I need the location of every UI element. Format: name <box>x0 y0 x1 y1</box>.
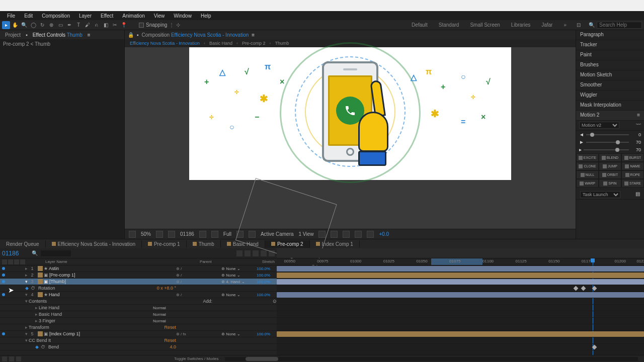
effect-controls-tab[interactable]: Effect Controls Thumb <box>30 31 86 39</box>
layer-name[interactable]: [Pre-comp 1] <box>48 273 176 278</box>
property-row[interactable]: ▸Basic Hand Normal <box>0 311 277 318</box>
breadcrumb-3[interactable]: Thumb <box>275 41 289 46</box>
menu-view[interactable]: View <box>150 12 169 20</box>
btn-stare[interactable]: STARE <box>621 179 644 188</box>
layer-name[interactable]: [Index Comp 1] <box>48 331 176 336</box>
menu-window[interactable]: Window <box>170 12 196 20</box>
menu-composition[interactable]: Composition <box>38 12 74 20</box>
tab-main-comp[interactable]: Efficiency Nova Scotia - Innovation <box>46 240 142 248</box>
expand-icon[interactable] <box>9 356 14 361</box>
eye-column-icon[interactable] <box>2 259 7 264</box>
resolution-icon[interactable] <box>156 231 163 238</box>
comp-flowchart-icon[interactable] <box>236 250 243 256</box>
add-menu-icon[interactable]: ⊙ <box>273 299 277 304</box>
keyframe[interactable] <box>592 286 597 291</box>
rect-tool[interactable]: ▭ <box>56 21 64 29</box>
workspace-default[interactable]: Default <box>409 21 431 29</box>
type-tool[interactable]: T <box>74 21 83 29</box>
motion-blur-icon[interactable] <box>261 250 267 256</box>
fast-preview-icon[interactable] <box>331 231 338 238</box>
audio-column-icon[interactable] <box>8 259 13 264</box>
task-launch-icon[interactable]: ▤ <box>635 191 640 198</box>
btn-jump[interactable]: JUMP <box>599 162 621 170</box>
label-swatch[interactable] <box>38 266 43 271</box>
breadcrumb-2[interactable]: Pre-comp 2 <box>242 41 266 46</box>
breadcrumb-root[interactable]: Efficiency Nova Scotia - Innovation <box>130 41 200 46</box>
snapping-checkbox[interactable] <box>139 23 144 28</box>
tab-thumb[interactable]: Thumb <box>187 240 221 248</box>
menu-animation[interactable]: Animation <box>118 12 148 20</box>
btn-burst[interactable]: BURST <box>621 153 644 162</box>
visibility-toggle[interactable] <box>2 332 5 335</box>
lock-column-icon[interactable] <box>20 259 25 264</box>
transparency-icon[interactable] <box>236 231 244 238</box>
flowchart-icon[interactable] <box>355 231 362 238</box>
panel-menu-icon[interactable]: ≡ <box>88 32 91 38</box>
visibility-toggle[interactable] <box>2 293 5 296</box>
workspace-smallscreen[interactable]: Small Screen <box>467 21 503 29</box>
label-swatch[interactable] <box>38 331 43 336</box>
layer-row[interactable]: ▸1 ★ Astin ⊕/ ⊚ None ⌄ 100.0% <box>0 265 277 272</box>
panel-motion2[interactable]: Motion 2≡ <box>576 111 644 121</box>
workspace-overflow-icon[interactable]: » <box>560 21 570 29</box>
label-swatch[interactable] <box>38 273 43 278</box>
task-launch-select[interactable]: Task Launch <box>580 191 620 198</box>
btn-spin[interactable]: SPIN <box>599 179 621 188</box>
solo-column-icon[interactable] <box>14 259 19 264</box>
btn-orbit[interactable]: ORBIT <box>599 170 621 179</box>
slider-ease-in[interactable]: ◄0 <box>576 131 644 138</box>
keyframe[interactable] <box>592 345 597 350</box>
task-launch[interactable]: Task Launch ▤ <box>576 190 644 200</box>
workspace-libraries[interactable]: Libraries <box>508 21 533 29</box>
panel-brushes[interactable]: Brushes <box>576 60 644 70</box>
stopwatch-icon[interactable]: ⏱ <box>41 344 45 349</box>
tab-precomp2[interactable]: Pre-comp 2 <box>265 240 310 248</box>
tab-render-queue[interactable]: Render Queue <box>0 240 46 248</box>
current-time-display[interactable]: 01186 <box>2 250 19 257</box>
btn-blend[interactable]: BLEND <box>599 153 621 162</box>
btn-rope[interactable]: ROPE <box>621 170 644 179</box>
roto-tool[interactable]: ✂ <box>111 21 119 29</box>
tab-index-comp1[interactable]: Index Comp 1 <box>310 240 360 248</box>
workspace-standard[interactable]: Standard <box>436 21 462 29</box>
layer-name[interactable]: Hand <box>48 292 176 297</box>
panel-smoother[interactable]: Smoother <box>576 80 644 90</box>
zoom-tool[interactable]: 🔍 <box>20 21 28 29</box>
layer-search[interactable] <box>41 250 71 256</box>
property-row[interactable]: ▸Line Hand Normal <box>0 305 277 311</box>
snap-opt2-icon[interactable]: ⊹ <box>176 22 180 28</box>
panel-motion-sketch[interactable]: Motion Sketch <box>576 70 644 80</box>
panel-paint[interactable]: Paint <box>576 50 644 60</box>
motion-preset-select[interactable]: Motion v2 <box>579 122 619 129</box>
zoom-dropdown[interactable]: 50% <box>141 231 151 237</box>
layer-name[interactable]: [Thumb] <box>48 279 176 284</box>
frame-blend-icon[interactable] <box>253 250 259 256</box>
keyframe[interactable] <box>581 286 586 291</box>
layer-row-selected[interactable]: ▾3 ▣ [Thumb] ⊕/ ⊚ 4. Hand ⌄ 100.0% <box>0 279 277 285</box>
magnification-icon[interactable] <box>129 231 136 238</box>
current-frame[interactable]: 01186 <box>180 231 194 237</box>
slider-ease-out[interactable]: ►70 <box>576 138 644 146</box>
panel-mask-interp[interactable]: Mask Interpolation <box>576 101 644 111</box>
project-tab[interactable]: Project <box>2 31 24 39</box>
draft3d-icon[interactable] <box>245 250 251 256</box>
rotate-tool[interactable]: ↻ <box>38 21 46 29</box>
layer-row[interactable]: ▸2 ▣ [Pre-comp 1] ⊕/ ⊚ None ⌄ 100.0% <box>0 272 277 279</box>
menu-file[interactable]: File <box>3 12 19 20</box>
composition-viewport[interactable]: + △ ÷ √ ✱ π × ÷ ○ − △ π + ○ ÷ √ ✱ = × <box>125 47 576 229</box>
pixel-aspect-icon[interactable] <box>318 231 326 238</box>
clone-tool[interactable]: ⎌ <box>93 21 101 29</box>
property-group[interactable]: ▸Transform Reset <box>0 324 277 331</box>
tab-precomp1[interactable]: Pre-comp 1 <box>142 240 187 248</box>
views-dropdown[interactable]: 1 View <box>299 231 314 237</box>
property-row[interactable]: ◆ ⏱ Bend 4.0 <box>0 344 277 350</box>
toggle-switches-icon[interactable] <box>2 356 7 361</box>
timeline-icon[interactable] <box>343 231 350 238</box>
slider-overshoot[interactable]: ▸70 <box>576 146 644 153</box>
toggle-switches-label[interactable]: Toggle Switches / Modes <box>174 356 219 361</box>
stopwatch-icon[interactable]: ⏱ <box>31 286 35 291</box>
btn-null[interactable]: NULL <box>576 170 599 179</box>
snapshot-icon[interactable] <box>199 231 206 238</box>
workspace-reset-icon[interactable]: ⊡ <box>575 21 583 29</box>
brush-tool[interactable]: 🖌 <box>84 21 92 29</box>
